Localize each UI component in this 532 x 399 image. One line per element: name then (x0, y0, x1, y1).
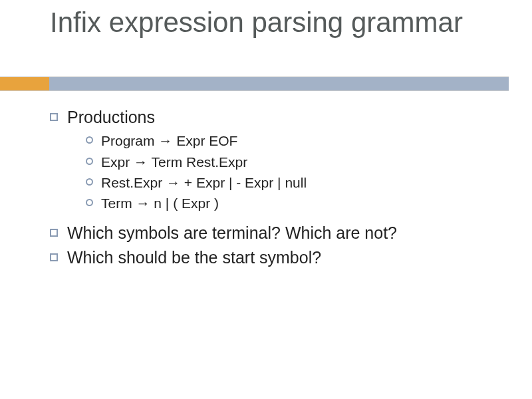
list-item-text: Term → n | ( Expr ) (101, 194, 219, 213)
list-item-text: Program → Expr EOF (101, 132, 237, 150)
title-underline (0, 76, 532, 91)
square-bullet-icon (50, 229, 58, 237)
accent-orange-bar (0, 76, 49, 91)
square-bullet-icon (50, 113, 58, 121)
circle-bullet-icon (86, 136, 93, 144)
list-item: Rest.Expr → + Expr | - Expr | null (86, 174, 502, 192)
list-item: Which should be the start symbol? (50, 247, 502, 268)
list-item-text: Expr → Term Rest.Expr (101, 153, 247, 172)
list-item: Program → Expr EOF (86, 132, 502, 150)
list-item: Expr → Term Rest.Expr (86, 153, 502, 172)
list-item: Productions (50, 107, 502, 128)
sub-list: Program → Expr EOF Expr → Term Rest.Expr… (86, 132, 502, 213)
circle-bullet-icon (86, 158, 93, 165)
list-item-text: Which should be the start symbol? (67, 247, 321, 268)
list-item: Term → n | ( Expr ) (86, 194, 502, 213)
square-bullet-icon (50, 253, 58, 261)
list-item-text: Which symbols are terminal? Which are no… (67, 223, 397, 243)
accent-gray-bar (49, 76, 509, 91)
list-item: Which symbols are terminal? Which are no… (50, 223, 502, 243)
slide-body: Productions Program → Expr EOF Expr → Te… (50, 103, 502, 272)
circle-bullet-icon (86, 178, 93, 186)
circle-bullet-icon (86, 199, 93, 206)
list-item-text: Rest.Expr → + Expr | - Expr | null (101, 174, 307, 192)
slide-title: Infix expression parsing grammar (50, 7, 489, 38)
list-item-text: Productions (67, 107, 155, 128)
